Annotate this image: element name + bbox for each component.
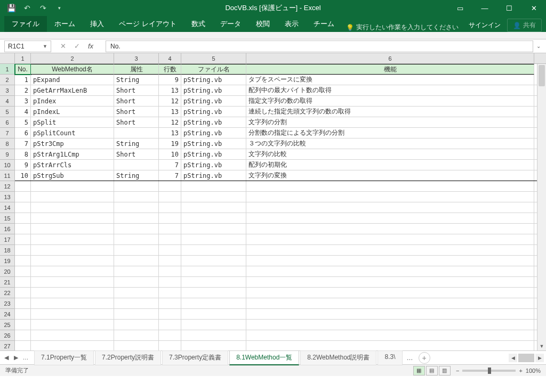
cell[interactable] <box>114 224 159 234</box>
cell[interactable] <box>159 266 181 276</box>
tab-team[interactable]: チーム <box>306 16 342 32</box>
cell[interactable] <box>159 213 181 223</box>
cell[interactable]: 指定文字列の数の取得 <box>246 96 534 106</box>
cell[interactable]: 文字列の比較 <box>246 149 534 159</box>
cell[interactable] <box>114 245 159 255</box>
cell[interactable]: 10 <box>159 149 181 159</box>
cell[interactable] <box>246 320 534 330</box>
tab-view[interactable]: 表示 <box>277 16 306 32</box>
cell[interactable] <box>159 224 181 234</box>
cell[interactable]: 9 <box>159 75 181 85</box>
view-normal-icon[interactable]: ▦ <box>413 366 425 375</box>
sheet-nav-prev-icon[interactable]: ◀ <box>2 354 11 361</box>
cell[interactable] <box>181 256 246 266</box>
cell[interactable] <box>31 245 114 255</box>
table-header-cell[interactable]: ファイル名 <box>181 64 246 75</box>
cell[interactable]: pStr3Cmp <box>31 138 114 149</box>
cell[interactable] <box>246 277 534 287</box>
cell[interactable]: 連続した指定先頭文字列の数の取得 <box>246 107 534 117</box>
row-header[interactable]: 14 <box>0 202 14 213</box>
cell[interactable] <box>159 192 181 202</box>
col-header[interactable]: 4 <box>159 53 181 63</box>
cell[interactable]: pString.vb <box>181 117 246 127</box>
row-header[interactable]: 2 <box>0 75 14 85</box>
cell[interactable]: 7 <box>15 138 31 149</box>
table-header-cell[interactable]: No. <box>15 64 31 75</box>
cell[interactable]: pStrgSub <box>31 170 114 181</box>
cell[interactable]: pString.vb <box>181 128 246 138</box>
row-header[interactable]: 26 <box>0 330 14 341</box>
sheet-tab[interactable]: 8.1WebMethod一覧 <box>229 350 299 365</box>
qat-customize-icon[interactable]: ▾ <box>52 1 66 15</box>
cell[interactable] <box>159 320 181 330</box>
view-page-layout-icon[interactable]: ▤ <box>426 366 438 375</box>
view-page-break-icon[interactable]: ▥ <box>439 366 451 375</box>
cell[interactable] <box>15 256 31 266</box>
row-header[interactable]: 7 <box>0 128 14 138</box>
scroll-left-icon[interactable]: ◀ <box>509 354 517 362</box>
cell[interactable] <box>159 202 181 213</box>
cell[interactable] <box>31 234 114 244</box>
cell[interactable] <box>15 181 31 191</box>
cell[interactable] <box>31 298 114 308</box>
cell[interactable]: ３つの文字列の比較 <box>246 138 534 149</box>
cell[interactable] <box>246 256 534 266</box>
row-header[interactable]: 3 <box>0 85 14 96</box>
cell[interactable]: pGetArrMaxLenB <box>31 85 114 95</box>
vertical-scrollbar[interactable]: ▲ ▼ <box>537 64 546 350</box>
cell[interactable]: 5 <box>15 117 31 127</box>
cell[interactable] <box>181 181 246 191</box>
cell[interactable]: pSplit <box>31 117 114 127</box>
sheet-tab[interactable]: 7.3Property定義書 <box>162 350 228 365</box>
sheet-tab[interactable]: 8.3\ <box>378 350 402 365</box>
cell[interactable] <box>159 288 181 298</box>
cell[interactable]: pStrArrCls <box>31 160 114 170</box>
cell[interactable] <box>246 309 534 319</box>
cell[interactable]: String <box>114 170 159 181</box>
row-header[interactable]: 19 <box>0 256 14 266</box>
cell[interactable]: pExpand <box>31 75 114 85</box>
signin-link[interactable]: サインイン <box>469 21 501 30</box>
cell[interactable] <box>181 224 246 234</box>
cells-area[interactable]: No.WebMethod名属性行数ファイル名機能1pExpandString9p… <box>15 64 546 350</box>
cell[interactable]: 10 <box>15 170 31 181</box>
table-header-cell[interactable]: 機能 <box>246 64 534 75</box>
cell[interactable]: 文字列の変換 <box>246 170 534 181</box>
cell[interactable]: Short <box>114 85 159 95</box>
cell[interactable] <box>114 213 159 223</box>
enter-formula-icon[interactable]: ✓ <box>70 40 83 52</box>
name-box[interactable]: R1C1▼ <box>4 40 51 52</box>
formula-input[interactable]: No. <box>106 40 533 52</box>
cell[interactable] <box>159 277 181 287</box>
fx-icon[interactable]: fx <box>84 40 97 52</box>
tab-insert[interactable]: 挿入 <box>83 16 111 32</box>
cell[interactable]: pString.vb <box>181 149 246 159</box>
cell[interactable]: 文字列の分割 <box>246 117 534 127</box>
cell[interactable] <box>246 234 534 244</box>
row-header[interactable]: 16 <box>0 224 14 234</box>
cell[interactable] <box>246 192 534 202</box>
cell[interactable] <box>181 234 246 244</box>
cell[interactable] <box>31 192 114 202</box>
cell[interactable]: 19 <box>159 138 181 149</box>
ribbon-options-icon[interactable]: ▭ <box>448 0 472 16</box>
tab-review[interactable]: 校閲 <box>248 16 277 32</box>
cell[interactable]: Short <box>114 149 159 159</box>
cell[interactable]: String <box>114 138 159 149</box>
cell[interactable]: 3 <box>15 96 31 106</box>
cell[interactable] <box>246 202 534 213</box>
row-header[interactable]: 21 <box>0 277 14 288</box>
cell[interactable]: pStrArg1LCmp <box>31 149 114 159</box>
cell[interactable]: 8 <box>15 149 31 159</box>
cell[interactable] <box>31 341 114 350</box>
cell[interactable]: 分割数の指定による文字列の分割 <box>246 128 534 138</box>
cancel-formula-icon[interactable]: ✕ <box>57 40 69 52</box>
cell[interactable] <box>114 234 159 244</box>
maximize-icon[interactable]: ☐ <box>497 0 521 16</box>
cell[interactable] <box>181 341 246 350</box>
cell[interactable] <box>31 213 114 223</box>
row-header[interactable]: 17 <box>0 234 14 245</box>
zoom-thumb[interactable] <box>488 368 491 374</box>
zoom-out-button[interactable]: − <box>456 368 459 374</box>
cell[interactable] <box>15 224 31 234</box>
